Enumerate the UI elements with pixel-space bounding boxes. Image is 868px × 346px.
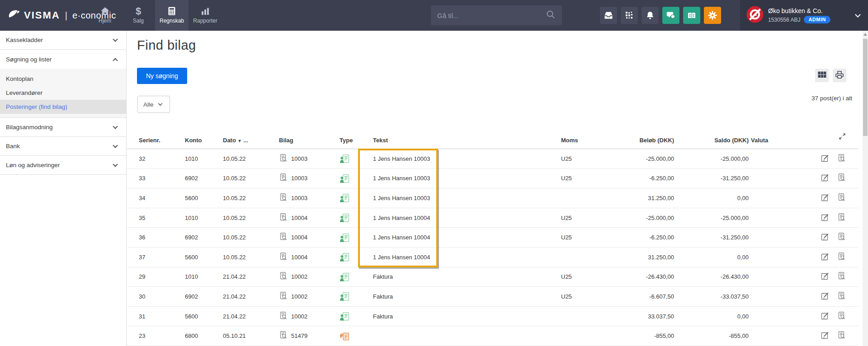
doc-search-icon[interactable]: [837, 271, 846, 282]
header-dato[interactable]: Dato ▾ ...: [223, 137, 279, 144]
header-bilag[interactable]: Bilag: [279, 137, 340, 144]
column-options[interactable]: ...: [243, 137, 248, 144]
filter-dropdown[interactable]: Alle: [137, 96, 170, 113]
edit-icon[interactable]: [821, 154, 830, 164]
company-name: Øko butikken & Co.: [768, 7, 830, 14]
inbox-icon[interactable]: [600, 7, 617, 24]
expand-icon[interactable]: [838, 132, 846, 142]
edit-icon[interactable]: [821, 311, 830, 322]
doc-search-icon[interactable]: [837, 173, 846, 183]
header-type[interactable]: Type: [340, 137, 373, 144]
header-saldo[interactable]: Saldo (DKK): [674, 137, 749, 144]
edit-icon[interactable]: [821, 193, 830, 203]
doc-search-icon[interactable]: [837, 154, 846, 164]
cell-moms: U25: [561, 215, 611, 221]
doc-search-icon[interactable]: [837, 232, 846, 243]
cell-moms: U25: [561, 273, 611, 280]
cell-saldo: -25.000,00: [674, 155, 749, 162]
cell-bilag[interactable]: 10002: [279, 271, 340, 282]
sidebar-item-posteringer-find-bilag[interactable]: Posteringer (find bilag): [0, 100, 126, 114]
cell-bilag[interactable]: 10003: [279, 193, 340, 203]
doc-search-icon[interactable]: [837, 252, 846, 262]
doc-search-icon[interactable]: [837, 291, 846, 302]
cell-actions[interactable]: [794, 232, 846, 243]
edit-icon[interactable]: [821, 331, 830, 341]
cell-bilag[interactable]: 10004: [279, 252, 340, 262]
cell-dato: 05.10.21: [223, 332, 279, 339]
cell-actions[interactable]: [794, 291, 846, 302]
sidebar-item-label: Kassekladder: [6, 37, 43, 43]
sidebar-item-lon-og-adviseringer[interactable]: Løn og adviseringer: [0, 156, 126, 175]
chevron-down-icon: [855, 12, 861, 18]
cell-bilag[interactable]: 10004: [279, 213, 340, 223]
cell-belob: -25.000,00: [611, 215, 674, 221]
cell-bilag[interactable]: 10003: [279, 154, 340, 164]
cell-actions[interactable]: [794, 311, 846, 322]
sidebar-item-kassekladder[interactable]: Kassekladder: [0, 31, 126, 50]
edit-icon[interactable]: [821, 271, 830, 282]
scroll-up-arrow-icon[interactable]: [863, 33, 867, 36]
edit-icon[interactable]: [821, 232, 830, 243]
edit-icon[interactable]: [821, 213, 830, 223]
bell-icon[interactable]: [642, 7, 659, 24]
cell-type: [340, 331, 373, 341]
cell-tekst: 1 Jens Hansen 10003: [373, 195, 561, 201]
doc-search-icon[interactable]: [837, 193, 846, 203]
cell-actions[interactable]: [794, 252, 846, 262]
header-konto[interactable]: Konto: [185, 137, 223, 144]
new-search-button[interactable]: Ny søgning: [137, 68, 187, 84]
edit-icon[interactable]: [821, 291, 830, 302]
cell-actions[interactable]: [794, 193, 846, 203]
header-serienr[interactable]: Serienr.: [139, 137, 185, 144]
cell-bilag[interactable]: 10002: [279, 311, 340, 322]
search-input[interactable]: [437, 12, 546, 19]
sidebar-item-kontoplan[interactable]: Kontoplan: [0, 72, 126, 86]
cell-type: [340, 212, 373, 223]
cell-bilag[interactable]: 51479: [279, 331, 340, 341]
nav-item-regnskab[interactable]: Regnskab: [155, 0, 189, 31]
cell-bilag[interactable]: 10002: [279, 291, 340, 302]
sidebar-item-bilagsanmodning[interactable]: Bilagsanmodning: [0, 118, 126, 137]
apps-icon[interactable]: [621, 7, 638, 24]
doc-search-icon[interactable]: [837, 311, 846, 322]
cell-tekst: 1 Jens Hansen 10004: [373, 234, 561, 241]
header-valuta[interactable]: Valuta: [749, 137, 794, 144]
edit-icon[interactable]: [821, 173, 830, 183]
global-search[interactable]: [431, 5, 562, 25]
sidebar-item-leverandorer[interactable]: Leverandører: [0, 86, 126, 100]
cell-actions[interactable]: [794, 213, 846, 223]
header-belob[interactable]: Beløb (DKK): [611, 137, 674, 144]
nav-item-rapporter[interactable]: Rapporter: [189, 0, 222, 31]
cell-type: [340, 192, 373, 203]
chat-icon[interactable]: [662, 7, 679, 24]
sidebar-item-sogning-og-lister[interactable]: Søgning og lister: [0, 50, 126, 69]
doc-search-icon: [279, 173, 288, 183]
scrollbar-thumb[interactable]: [863, 39, 868, 136]
cell-dato: 21.04.22: [223, 293, 279, 300]
vertical-scrollbar[interactable]: [863, 31, 868, 346]
nav-item-salg[interactable]: $ Salg: [122, 0, 155, 31]
cell-type: [340, 311, 373, 322]
table-view-button[interactable]: [815, 69, 829, 82]
chevron-down-icon: [113, 143, 118, 148]
cell-actions[interactable]: [794, 154, 846, 164]
sidebar-item-bank[interactable]: Bank: [0, 137, 126, 156]
header-moms[interactable]: Moms: [561, 137, 611, 144]
print-button[interactable]: [833, 69, 846, 82]
cell-actions[interactable]: [794, 331, 846, 341]
account-switcher[interactable]: Øko butikken & Co. 1530556 ABJ ADMIN: [740, 0, 868, 31]
cell-actions[interactable]: [794, 173, 846, 183]
visma-leaf-icon: [8, 9, 20, 21]
customer-invoice-icon: [340, 174, 349, 185]
cell-bilag[interactable]: 10003: [279, 173, 340, 183]
edit-icon[interactable]: [821, 252, 830, 262]
cell-actions[interactable]: [794, 271, 846, 282]
cell-bilag[interactable]: 10004: [279, 232, 340, 243]
header-tekst[interactable]: Tekst: [373, 137, 561, 144]
nav-item-hjem[interactable]: Hjem: [88, 0, 122, 31]
book-icon[interactable]: [683, 7, 700, 24]
search-icon[interactable]: [546, 9, 556, 21]
doc-search-icon[interactable]: [837, 331, 846, 341]
doc-search-icon[interactable]: [837, 213, 846, 223]
gear-icon[interactable]: [704, 7, 721, 24]
